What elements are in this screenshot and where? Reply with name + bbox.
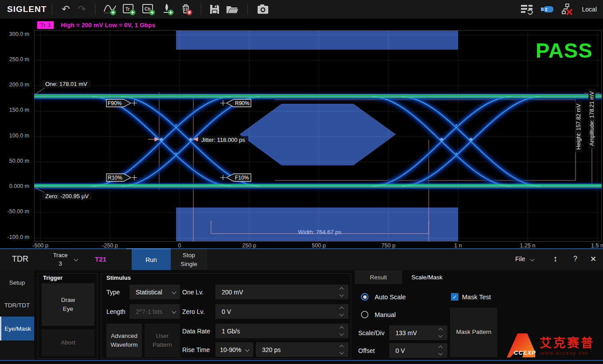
run-button[interactable]: Run [132, 249, 171, 270]
file-menu[interactable]: File [515, 255, 525, 262]
tab-scale-mask[interactable]: Scale/Mask [402, 270, 452, 284]
data-rate-label: Data Rate [182, 324, 210, 338]
data-rate-value: 1 Gb/s [220, 328, 340, 335]
expand-panel-icon[interactable]: ↕ [553, 254, 558, 264]
trace-id-label[interactable]: T21 [95, 255, 106, 263]
auto-scale-label: Auto Scale [375, 294, 406, 301]
svg-text:F10%: F10% [235, 175, 249, 181]
rise-time-spinner[interactable]: 320 ps [256, 342, 348, 357]
screenshot-icon[interactable] [253, 2, 273, 17]
spinner-arrows[interactable] [340, 327, 343, 335]
tab-eye-mask[interactable]: Eye/Mask [0, 317, 34, 341]
open-file-icon[interactable] [223, 2, 242, 17]
mask-pattern-button[interactable]: Mask Pattern [450, 308, 497, 357]
add-trace-icon[interactable]: Tr [119, 2, 139, 17]
app-title: TDR [12, 254, 28, 264]
mask-test-result: PASS [536, 38, 593, 63]
svg-text:R10%: R10% [108, 175, 122, 181]
usb-icon [537, 2, 557, 17]
x-tick: 1.5 n [582, 243, 603, 248]
tab-tdr-tdt[interactable]: TDR/TDT [0, 295, 34, 315]
network-disconnected-icon[interactable] [557, 2, 578, 17]
spinner-arrows[interactable] [439, 329, 442, 337]
label-pointers [35, 88, 44, 192]
one-lv-value: 200 mV [220, 289, 340, 296]
y-tick: 0.000 m [0, 183, 29, 189]
advanced-waveform-label: Advanced Waveform [108, 332, 140, 350]
chevron-down-icon[interactable] [530, 257, 535, 262]
x-tick: 750 p [373, 243, 404, 248]
tab-result[interactable]: Result [355, 270, 402, 284]
accexp-wordmark: CCEXP [514, 349, 536, 356]
x-tick: 500 p [303, 243, 334, 248]
trace-selector[interactable]: Trace 3 [50, 251, 71, 268]
help-icon[interactable]: ? [573, 255, 577, 263]
y-tick: 200.0 m [0, 82, 29, 88]
type-dropdown[interactable]: Statistical [129, 285, 180, 299]
spinner-arrows[interactable] [340, 307, 343, 316]
local-status[interactable]: Local [582, 6, 597, 13]
layout-sync-icon[interactable] [517, 2, 537, 17]
scale-div-value: 133 mV [394, 329, 439, 337]
save-icon[interactable] [207, 2, 223, 17]
chevron-down-icon [172, 290, 176, 294]
redo-icon[interactable]: ↷ [74, 2, 90, 17]
y-tick: 150.0 m [0, 107, 29, 113]
top-toolbar: SIGLENT ↶ ↷ Tr Ch [0, 0, 603, 19]
chevron-down-icon [245, 348, 250, 352]
advanced-waveform-button[interactable]: Advanced Waveform [106, 324, 142, 357]
draw-eye-label: Draw Eye [57, 296, 80, 314]
panel-bottom-border [0, 360, 603, 361]
amplitude-annotation: Amplitude: 178.21 mV [588, 89, 595, 149]
close-icon[interactable]: ✕ [590, 254, 596, 264]
chevron-down-icon[interactable] [74, 257, 78, 262]
type-label: Type [106, 285, 120, 299]
scale-div-spinner[interactable]: 133 mV [389, 325, 447, 340]
stimulus-group: Stimulus Type Statistical One Lv. 200 mV… [101, 273, 351, 359]
zero-level-annotation: Zero: -200.95 µV [42, 192, 92, 200]
tab-setup[interactable]: Setup [0, 272, 34, 293]
undo-icon[interactable]: ↶ [58, 2, 74, 17]
stop-single-button[interactable]: Stop Single [171, 249, 207, 270]
svg-text:F90%: F90% [108, 100, 122, 106]
svg-text:Ch: Ch [145, 7, 150, 12]
spinner-arrows[interactable] [340, 345, 343, 354]
offset-spinner[interactable]: 0 V [389, 343, 447, 358]
draw-eye-button[interactable]: Draw Eye [42, 283, 94, 326]
zero-lv-value: 0 V [220, 308, 340, 315]
one-lv-spinner[interactable]: 200 mV [215, 285, 348, 299]
rise-time-range-dropdown[interactable]: 10-90% [215, 342, 253, 357]
mask-test-checkbox[interactable]: ✓ [451, 293, 458, 301]
user-pattern-button[interactable]: User Pattern [145, 324, 180, 357]
chevron-down-icon [172, 309, 176, 314]
manual-radio[interactable] [361, 311, 368, 318]
accexp-chinese-name: 艾克赛普 [540, 333, 595, 351]
y-tick: 250.0 m [0, 56, 29, 63]
spinner-arrows[interactable] [340, 288, 343, 296]
trace-settings-text: High = 200 mV Low = 0V, 1 Gbps [61, 22, 155, 28]
trigger-group-title: Trigger [43, 274, 63, 281]
add-waveform-icon[interactable] [101, 2, 119, 17]
length-dropdown[interactable]: 2^7-1 bits [129, 304, 180, 319]
one-lv-label: One Lv. [182, 285, 204, 299]
delete-icon[interactable] [177, 2, 196, 17]
length-value: 2^7-1 bits [134, 308, 172, 315]
add-channel-icon[interactable]: Ch [139, 2, 158, 17]
length-label: Length [106, 304, 125, 319]
manual-label: Manual [375, 311, 396, 318]
eye-diagram-region: Tr 3 High = 200 mV Low = 0V, 1 Gbps 300.… [0, 19, 603, 248]
toolbar-separator [201, 4, 201, 15]
auto-scale-radio[interactable] [361, 293, 368, 301]
trace-badge[interactable]: Tr 3 [37, 21, 54, 29]
data-rate-spinner[interactable]: 1 Gb/s [215, 324, 348, 338]
abort-button[interactable]: Abort [42, 329, 94, 356]
zero-lv-spinner[interactable]: 0 V [215, 304, 348, 319]
offset-value: 0 V [394, 347, 439, 354]
accexp-logo: CCEXP 艾克赛普 www.accexp.net [507, 333, 602, 362]
spinner-arrows[interactable] [439, 346, 442, 355]
add-marker-icon[interactable] [158, 2, 177, 17]
width-annotation: Width: 764.67 ps [275, 229, 364, 235]
y-tick: -50.00 m [0, 208, 29, 215]
x-tick: 1 n [442, 243, 474, 248]
jitter-annotation: Jitter: 118.000 ps [198, 136, 248, 144]
